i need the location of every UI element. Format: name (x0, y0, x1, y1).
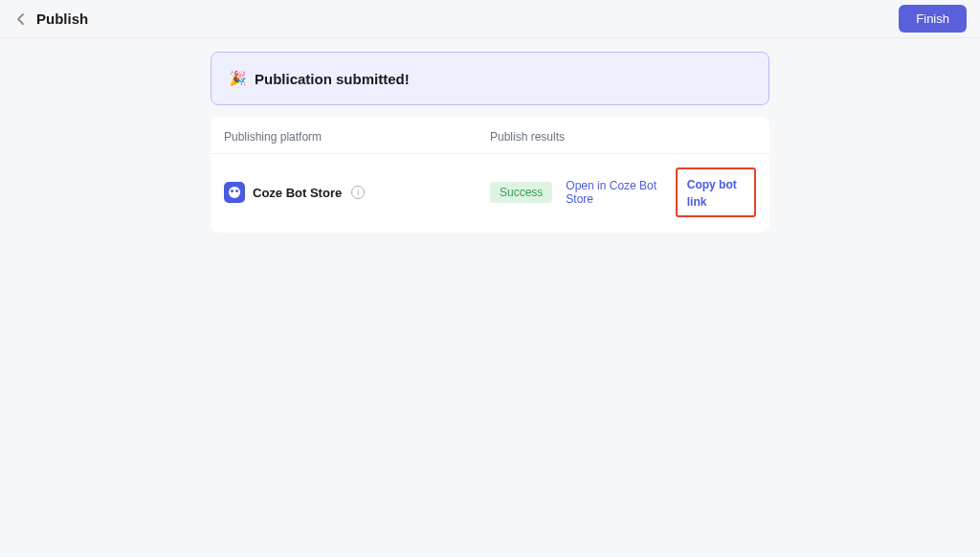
finish-button[interactable]: Finish (899, 5, 967, 33)
row-results-cell: Success Open in Coze Bot Store Copy bot … (490, 167, 756, 217)
copy-link-highlight: Copy bot link (676, 167, 756, 217)
table-row: Coze Bot Store i Success Open in Coze Bo… (211, 153, 769, 233)
publish-results-card: Publishing platform Publish results Coze… (211, 117, 769, 233)
page-title: Publish (36, 11, 88, 27)
status-badge: Success (490, 182, 552, 203)
row-platform-cell: Coze Bot Store i (224, 182, 490, 203)
header-left: Publish (13, 11, 88, 27)
open-in-store-link[interactable]: Open in Coze Bot Store (566, 179, 661, 206)
column-header-results: Publish results (490, 130, 756, 144)
column-header-platform: Publishing platform (224, 130, 490, 144)
banner-text: Publication submitted! (255, 71, 410, 87)
party-icon: 🎉 (229, 70, 247, 87)
copy-bot-link-button[interactable]: Copy bot link (687, 178, 737, 209)
info-icon[interactable]: i (351, 186, 365, 199)
content-area: 🎉 Publication submitted! Publishing plat… (211, 38, 769, 233)
success-banner: 🎉 Publication submitted! (211, 52, 769, 105)
page-header: Publish Finish (0, 0, 980, 38)
card-header: Publishing platform Publish results (211, 117, 769, 153)
coze-bot-store-icon (224, 182, 245, 203)
platform-name: Coze Bot Store (253, 186, 342, 200)
back-icon[interactable] (13, 11, 29, 27)
